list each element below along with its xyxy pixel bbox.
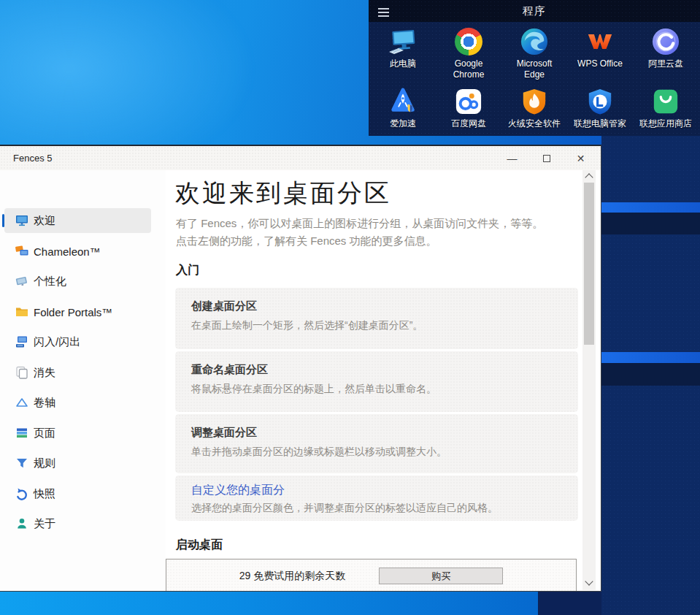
- flash-in-out-icon: [15, 335, 29, 349]
- sidebar-item-chameleon[interactable]: Chameleon™: [4, 239, 151, 264]
- sidebar-item-label: 卷轴: [34, 396, 55, 410]
- card-description: 选择您的桌面分区颜色，并调整桌面分区的标签以适应自己的风格。: [191, 502, 562, 515]
- app-lenovo-pc-manager[interactable]: 联想电脑管家: [567, 86, 633, 129]
- programs-fence-title: 程序: [369, 4, 700, 18]
- sidebar-item-disappear[interactable]: 消失: [4, 360, 151, 385]
- app-label: 阿里云盘: [648, 58, 683, 69]
- minimize-button[interactable]: —: [495, 146, 529, 170]
- card-rename-fence: 重命名桌面分区 将鼠标悬停在桌面分区的标题上，然后单击以重命名。: [175, 351, 578, 412]
- window-title: Fences 5: [13, 146, 52, 170]
- card-title: 重命名桌面分区: [191, 363, 562, 377]
- page-title: 欢迎来到桌面分区: [175, 177, 391, 210]
- fence-titlebar-stripe: [601, 352, 700, 363]
- sidebar-item-label: 个性化: [34, 275, 66, 289]
- window-titlebar[interactable]: Fences 5 — ✕: [0, 146, 601, 170]
- lenovo-app-store-icon: [652, 86, 680, 117]
- welcome-monitor-icon: [15, 213, 29, 228]
- huorong-security-icon: [520, 86, 548, 117]
- app-wps-office[interactable]: WPS Office: [567, 26, 633, 80]
- sidebar-item-label: 闪入/闪出: [34, 335, 80, 349]
- this-pc-icon: [387, 26, 419, 57]
- section-title-launch-desktop: 启动桌面: [176, 538, 223, 553]
- personalize-icon: [15, 274, 29, 289]
- sidebar-item-rollup[interactable]: 卷轴: [4, 390, 151, 415]
- disappear-icon: [15, 365, 29, 380]
- intro-line-2: 点击左侧的功能，了解有关 Fences 功能的更多信息。: [176, 232, 543, 250]
- selected-accent-bar: [2, 214, 4, 227]
- app-aijiasu[interactable]: 爱加速: [370, 86, 436, 129]
- sidebar-item-rules[interactable]: 规则: [4, 451, 151, 475]
- app-this-pc[interactable]: 此电脑: [370, 26, 436, 80]
- sidebar-item-label: 消失: [34, 366, 55, 380]
- app-baidu-netdisk[interactable]: 百度网盘: [436, 86, 501, 129]
- aliyun-drive-icon: [652, 26, 680, 57]
- sidebar-item-welcome[interactable]: 欢迎: [4, 208, 151, 233]
- card-description: 在桌面上绘制一个矩形，然后选择“创建桌面分区”。: [191, 319, 562, 332]
- scrollbar-thumb[interactable]: [584, 183, 594, 345]
- app-label: 火绒安全软件: [508, 118, 561, 129]
- app-microsoft-edge[interactable]: Microsoft Edge: [501, 26, 567, 80]
- snapshot-icon: [15, 486, 29, 501]
- app-label: 爱加速: [390, 118, 416, 129]
- lenovo-pc-manager-icon: [586, 86, 614, 117]
- sidebar-item-label: 欢迎: [34, 214, 55, 228]
- sidebar-item-label: 页面: [34, 427, 55, 440]
- app-label: 联想电脑管家: [574, 118, 626, 129]
- wps-office-icon: [585, 26, 615, 57]
- app-label: Google Chrome: [445, 58, 492, 80]
- sidebar-item-pages[interactable]: 页面: [4, 421, 151, 446]
- sidebar-item-label: Folder Portals™: [34, 306, 112, 318]
- intro-text: 有了 Fences，你可以对桌面上的图标进行分组，从桌面访问文件夹，等等。 点击…: [176, 215, 543, 249]
- sidebar-item-label: 规则: [34, 457, 55, 470]
- card-adjust-fence: 调整桌面分区 单击并拖动桌面分区的边缘或标题栏以移动或调整大小。: [175, 414, 578, 473]
- sidebar-item-folder-portals[interactable]: Folder Portals™: [4, 299, 151, 324]
- app-label: 百度网盘: [451, 118, 486, 129]
- hamburger-icon[interactable]: [378, 6, 390, 16]
- scroll-down-icon[interactable]: [586, 580, 592, 586]
- rules-icon: [15, 456, 29, 470]
- app-google-chrome[interactable]: Google Chrome: [436, 26, 501, 80]
- trial-footer-box: 29 免费试用的剩余天数 购买: [166, 559, 577, 592]
- programs-fence-panel: 程序 此电脑: [369, 0, 700, 136]
- scroll-up-icon[interactable]: [586, 173, 592, 179]
- pages-icon: [15, 426, 29, 440]
- baidu-netdisk-icon: [455, 86, 482, 117]
- sidebar-item-flash-in-out[interactable]: 闪入/闪出: [4, 329, 151, 354]
- section-title-getting-started: 入门: [176, 263, 199, 278]
- sidebar-item-label: 关于: [34, 517, 55, 531]
- maximize-button[interactable]: [529, 146, 564, 170]
- chameleon-icon: [15, 244, 29, 259]
- card-title: 调整桌面分区: [191, 426, 562, 440]
- app-huorong-security[interactable]: 火绒安全软件: [501, 86, 567, 129]
- sidebar-item-snapshot[interactable]: 快照: [4, 481, 151, 506]
- app-label: Microsoft Edge: [511, 58, 558, 80]
- buy-button-label: 购买: [431, 570, 450, 583]
- app-aliyun-drive[interactable]: 阿里云盘: [633, 26, 699, 80]
- close-button[interactable]: ✕: [564, 146, 598, 170]
- card-description: 将鼠标悬停在桌面分区的标题上，然后单击以重命名。: [191, 383, 562, 396]
- fence-dark-band: [601, 363, 700, 386]
- programs-fence-titlebar: 程序: [369, 0, 700, 22]
- buy-button[interactable]: 购买: [379, 568, 503, 584]
- fences-window: Fences 5 — ✕ 欢迎: [0, 145, 601, 592]
- vertical-scrollbar[interactable]: [582, 170, 596, 590]
- app-label: 此电脑: [390, 58, 416, 69]
- card-description: 单击并拖动桌面分区的边缘或标题栏以移动或调整大小。: [191, 446, 562, 459]
- intro-line-1: 有了 Fences，你可以对桌面上的图标进行分组，从桌面访问文件夹，等等。: [176, 215, 543, 232]
- app-label: WPS Office: [577, 58, 623, 69]
- edge-icon: [520, 26, 548, 57]
- rollup-icon: [15, 395, 29, 410]
- about-icon: [15, 516, 29, 531]
- fence-dark-band: [601, 213, 700, 234]
- fence-titlebar-stripe: [601, 202, 700, 213]
- sidebar-item-about[interactable]: 关于: [4, 511, 151, 536]
- card-title: 创建桌面分区: [191, 299, 562, 313]
- card-customize-fence: 自定义您的桌面分 选择您的桌面分区颜色，并调整桌面分区的标签以适应自己的风格。: [175, 475, 578, 521]
- customize-fence-link[interactable]: 自定义您的桌面分: [191, 483, 562, 498]
- sidebar: 欢迎 Chameleon™: [0, 170, 166, 591]
- app-lenovo-app-store[interactable]: 联想应用商店: [633, 86, 699, 129]
- trial-days-remaining: 29 免费试用的剩余天数: [239, 568, 345, 584]
- sidebar-item-personalize[interactable]: 个性化: [4, 269, 151, 294]
- desktop: 程序 此电脑: [0, 0, 700, 615]
- aijiasu-icon: [388, 86, 418, 117]
